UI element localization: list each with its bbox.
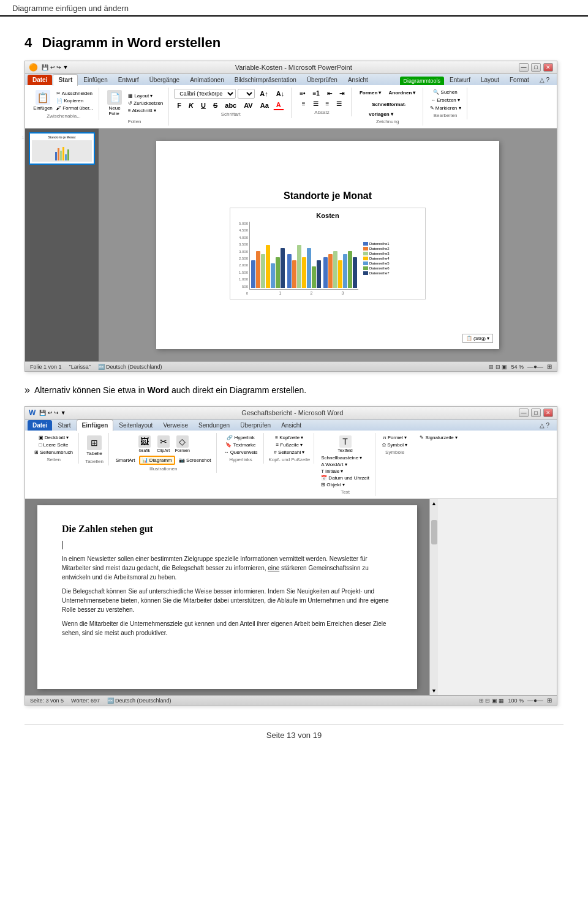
pp-font-shrink[interactable]: A↓ xyxy=(273,89,287,99)
word-btn-textfeld[interactable]: T Textfeld xyxy=(337,434,354,454)
pp-schnellformat[interactable]: Schnellformat-vorlagen ▾ xyxy=(369,100,406,118)
pp-btn-einfuegen[interactable]: 📋 Einfügen xyxy=(32,89,53,112)
word-btn-screenshot[interactable]: 📷 Screenshot xyxy=(177,456,213,465)
pp-font-grow[interactable]: A↑ xyxy=(257,89,271,99)
word-zoom-fit[interactable]: ⊞ xyxy=(547,697,552,704)
pp-btn-neue-folie[interactable]: 📄 NeueFolie xyxy=(104,89,125,118)
pp-paste-hint[interactable]: 📋 (Strg) ▾ xyxy=(462,334,493,343)
word-zoom-slider[interactable]: —●— xyxy=(527,697,543,704)
pp-tab-bildschirm[interactable]: Bildschirmpräsentation xyxy=(230,75,301,85)
scroll-thumb[interactable] xyxy=(431,520,437,544)
word-btn-seitenzahl[interactable]: # Seitenzahl ▾ xyxy=(272,449,306,456)
pp-slide-thumb-1[interactable]: 1 Standorte je Monat xyxy=(29,132,95,165)
pp-decrease-indent[interactable]: ⇤ xyxy=(324,89,335,98)
pp-font-family[interactable]: Calibri (Textkörpe xyxy=(174,89,236,99)
word-tab-seitenlayout[interactable]: Seitenlayout xyxy=(114,420,157,431)
pp-btn-ersetzen[interactable]: ↔ Ersetzen ▾ xyxy=(429,97,462,103)
word-btn-tabelle[interactable]: ⊞ Tabelle xyxy=(84,434,105,457)
word-btn-smartart[interactable]: SmartArt xyxy=(114,456,137,465)
pp-zoom-slider[interactable]: —●— xyxy=(527,363,543,370)
word-btn-diagramm[interactable]: 📊 Diagramm xyxy=(139,456,175,465)
scroll-up-icon[interactable]: ▲ xyxy=(430,499,438,508)
word-cursor-line[interactable] xyxy=(62,540,393,549)
word-tab-start[interactable]: Start xyxy=(53,420,75,431)
pp-btn-suchen[interactable]: 🔍 Suchen xyxy=(431,89,459,96)
pp-list-bullets[interactable]: ≡• xyxy=(296,89,308,98)
word-close-button[interactable]: ✕ xyxy=(543,408,553,417)
pp-tab-start[interactable]: Start xyxy=(53,74,78,86)
word-minimize-button[interactable]: — xyxy=(519,408,529,417)
word-maximize-button[interactable]: □ xyxy=(531,408,541,417)
word-btn-querverweis[interactable]: ↔ Querverweis xyxy=(222,449,259,456)
pp-btn-zuruecksetzen[interactable]: ↺ Zurücksetzen xyxy=(126,100,165,107)
word-btn-hyperlink[interactable]: 🔗 Hyperlink xyxy=(225,434,257,441)
word-btn-seitenumbruch[interactable]: ⊞ Seitenumbruch xyxy=(32,449,75,456)
scroll-down-icon[interactable]: ▼ xyxy=(430,687,438,695)
word-btn-leere-seite[interactable]: □ Leere Seite xyxy=(37,442,70,448)
word-tab-datei[interactable]: Datei xyxy=(28,420,52,431)
pp-tab-entwurf[interactable]: Entwurf xyxy=(113,75,144,85)
pp-btn-abschnitt[interactable]: ≡ Abschnitt ▾ xyxy=(126,107,165,114)
pp-shadow[interactable]: abc xyxy=(222,100,239,110)
pp-tab-ueberprufen[interactable]: Überprüfen xyxy=(302,75,342,85)
pp-justify[interactable]: ☰ xyxy=(333,99,345,108)
word-btn-schnellbausteine[interactable]: Schnellbausteine ▾ xyxy=(319,454,371,461)
pp-font-size[interactable]: 10 xyxy=(238,89,255,99)
pp-align-left[interactable]: ≡ xyxy=(299,99,309,108)
pp-btn-layout[interactable]: ▦ Layout ▾ xyxy=(126,92,165,99)
word-btn-formel[interactable]: π Formel ▾ xyxy=(381,434,409,441)
pp-increase-indent[interactable]: ⇥ xyxy=(336,89,347,98)
pp-tab-format[interactable]: Format xyxy=(505,75,534,85)
word-tab-ansicht[interactable]: Ansicht xyxy=(276,420,306,431)
word-btn-kopfzeile[interactable]: ≡ Kopfzeile ▾ xyxy=(273,434,305,441)
pp-btn-kopieren[interactable]: 📄 Kopieren xyxy=(55,97,95,104)
pp-tab-help[interactable]: △ ? xyxy=(535,75,554,85)
word-tab-sendungen[interactable]: Sendungen xyxy=(194,420,235,431)
word-btn-objekt[interactable]: ⊞ Objekt ▾ xyxy=(319,481,371,488)
word-btn-fusszeile[interactable]: ≡ Fußzeile ▾ xyxy=(274,442,304,448)
pp-maximize-button[interactable]: □ xyxy=(531,63,541,72)
pp-fontcolor[interactable]: A xyxy=(273,100,284,110)
word-btn-initiale[interactable]: T Initiale ▾ xyxy=(319,468,371,475)
pp-btn-ausschneiden[interactable]: ✂ Ausschneiden xyxy=(55,90,95,97)
word-tab-einfuegen[interactable]: Einfügen xyxy=(77,420,114,431)
pp-tab-animationen[interactable]: Animationen xyxy=(185,75,229,85)
pp-italic[interactable]: K xyxy=(186,100,197,110)
word-tab-help[interactable]: △ ? xyxy=(535,420,554,431)
word-tab-ueberprufen[interactable]: Überprüfen xyxy=(235,420,276,431)
pp-tab-entwurf2[interactable]: Entwurf xyxy=(445,75,475,85)
word-btn-deckblatt[interactable]: ▣ Deckblatt ▾ xyxy=(37,434,71,441)
pp-fontcase[interactable]: Aa xyxy=(257,100,272,110)
pp-tab-diagrammtools[interactable]: Diagrammtools xyxy=(400,77,445,85)
pp-formen[interactable]: Formen ▾ xyxy=(356,89,385,97)
pp-zoom-fit[interactable]: ⊞ xyxy=(547,363,552,370)
word-scrollbar[interactable]: ▲ ▼ xyxy=(429,499,438,695)
pp-btn-format-uebertragen[interactable]: 🖌 Format über... xyxy=(55,105,95,111)
pp-legend-color-4 xyxy=(363,257,368,260)
word-btn-signaturzeile[interactable]: ✎ Signaturzeile ▾ xyxy=(418,434,459,441)
pp-btn-markieren[interactable]: ✎ Markieren ▾ xyxy=(428,105,463,111)
word-btn-datum[interactable]: 📅 Datum und Uhrzeit xyxy=(319,475,371,481)
pp-close-button[interactable]: ✕ xyxy=(543,63,553,72)
pp-tab-uebergaenge[interactable]: Übergänge xyxy=(145,75,184,85)
pp-tab-layout[interactable]: Layout xyxy=(476,75,504,85)
word-btn-grafik[interactable]: 🖼 Grafik xyxy=(136,434,153,454)
word-tab-verweise[interactable]: Verweise xyxy=(158,420,193,431)
pp-tab-datei[interactable]: Datei xyxy=(28,75,52,85)
word-btn-formen[interactable]: ◇ Formen xyxy=(174,434,191,454)
pp-tab-ansicht[interactable]: Ansicht xyxy=(343,75,373,85)
pp-underline[interactable]: U xyxy=(198,100,209,110)
word-btn-textmarke[interactable]: 🔖 Textmarke xyxy=(224,442,257,448)
pp-align-center[interactable]: ☰ xyxy=(310,99,322,108)
word-btn-wordart[interactable]: A WordArt ▾ xyxy=(319,461,371,468)
pp-charspacing[interactable]: AV xyxy=(241,100,255,110)
pp-minimize-button[interactable]: — xyxy=(519,63,529,72)
pp-strikethrough[interactable]: S xyxy=(210,100,221,110)
pp-anordnen[interactable]: Anordnen ▾ xyxy=(386,89,419,97)
word-btn-symbol[interactable]: Ω Symbol ▾ xyxy=(380,442,409,448)
pp-tab-einfuegen[interactable]: Einfügen xyxy=(78,75,112,85)
pp-bold[interactable]: F xyxy=(174,100,184,110)
pp-align-right[interactable]: ≡ xyxy=(323,99,333,108)
word-btn-clipart[interactable]: ✂ ClipArt xyxy=(155,434,172,454)
pp-list-numbers[interactable]: ≡1 xyxy=(310,89,323,98)
